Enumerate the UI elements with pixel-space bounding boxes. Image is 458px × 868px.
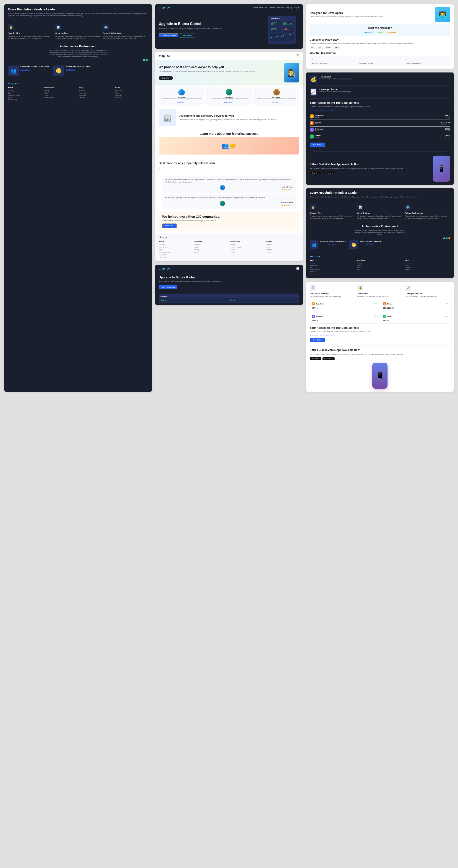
step-create-right: 👥 Create Your Account to Get Started. Jo…: [310, 241, 346, 249]
menu-icon-dark[interactable]: ☰: [296, 267, 299, 271]
footer-right-about: About Our story Our customers Blog Legal…: [310, 259, 355, 275]
nav-link[interactable]: Instant Buy & Sell: [253, 7, 267, 9]
nav-link[interactable]: Discover: [277, 7, 284, 9]
footer-light: afsp_ce About Our story Our customers Bl…: [155, 233, 303, 261]
view-markets-btn[interactable]: View Markets: [180, 33, 195, 38]
footer-r-lnk[interactable]: Fees: [357, 269, 402, 271]
upgrade-open-btn-2[interactable]: Open Free Account: [159, 285, 178, 289]
footer-lnk[interactable]: Banking: [230, 244, 264, 246]
footer-lnk[interactable]: Pinterest: [266, 251, 299, 254]
compliance-logos: NK MC VISA AML: [310, 46, 450, 49]
nav-link[interactable]: Log In: [294, 7, 299, 9]
footer-lnk[interactable]: Blog: [159, 248, 192, 251]
footer-link[interactable]: Our story: [8, 90, 41, 92]
step-create-account: 👥 Create Your Account to Get Started. Jo…: [8, 65, 50, 76]
menu-icon[interactable]: ☰: [296, 54, 299, 58]
mobile-light-headline: Bittrex Global Mobile App Available Now: [310, 348, 450, 352]
nav-link[interactable]: Markets: [269, 7, 275, 9]
footer-link[interactable]: Customer: [79, 92, 112, 94]
footer-link[interactable]: Rules: [8, 97, 41, 98]
footer-link[interactable]: Facebook: [115, 90, 148, 92]
footer-lnk[interactable]: Privacy policy: [159, 256, 192, 259]
step-right-link[interactable]: Join Today →: [328, 243, 337, 245]
profile-1: 👤 Newspaper It is a long established fac…: [159, 87, 204, 104]
profile-1-link[interactable]: Learn More →: [161, 101, 203, 103]
step-submit-link[interactable]: Join Today →: [66, 69, 75, 70]
profile-3-link[interactable]: Learn More →: [255, 101, 297, 103]
view-markets-light-btn[interactable]: View Markets: [310, 338, 325, 342]
footer-r-lnk[interactable]: Twitter: [405, 264, 450, 266]
googleplay-light[interactable]: ▶ Google play: [323, 357, 335, 360]
footer-lnk[interactable]: Fees: [195, 251, 228, 254]
footer-link[interactable]: Website Status: [43, 97, 77, 98]
footer-r-lnk[interactable]: Facebook: [405, 262, 450, 264]
revolution-right-body: Bitcoin is storming the Bastille, and we…: [310, 196, 450, 198]
footer-lnk[interactable]: Mobile Status: [159, 254, 192, 256]
developer-body: Create innovative products and services …: [310, 16, 432, 18]
build-section: What Will You Build? 📊 Analytics 🔧 Tools…: [310, 24, 450, 36]
footer-link[interactable]: Customer: [79, 94, 112, 96]
footer-r-lnk[interactable]: Instagram: [405, 266, 450, 269]
footer-r-lnk[interactable]: Mobile Status: [310, 271, 355, 273]
footer-lnk[interactable]: Security: [230, 251, 264, 254]
footer-r-lnk[interactable]: Blog: [310, 266, 355, 269]
coin-list: D Doge Coin DOGE $0.071 +0.04%: [310, 111, 450, 142]
footer-r-lnk[interactable]: Twitter: [357, 264, 402, 266]
google-play-badge[interactable]: ▶ Google play: [323, 172, 335, 174]
footer-lnk[interactable]: Desktop: [195, 244, 228, 246]
footer-lnk[interactable]: Twitter: [195, 246, 228, 249]
coin-row-usdt[interactable]: T Tether USDT $49.22 -0.12%: [310, 133, 450, 140]
step-submit-token: 🪙 Submit Your Token for Listing. Join To…: [53, 65, 91, 76]
companies-headline: We helped more then 100 companies.: [162, 215, 296, 218]
footer-link[interactable]: Security: [79, 97, 112, 98]
nav-link[interactable]: Sign Up: [286, 7, 292, 9]
footer-link[interactable]: Instagram: [115, 94, 148, 96]
lawyer-open-btn[interactable]: Open Now: [159, 76, 173, 80]
top-markets-sub-link[interactable]: Buy, sell and trade your coin markets.: [310, 110, 335, 111]
footer-link[interactable]: Pinterest: [115, 97, 148, 98]
footer-r-lnk[interactable]: Privacy: [357, 266, 402, 269]
coin-row-eth[interactable]: Ξ Ethereum ETH $0.589 +1.34%: [310, 126, 450, 133]
view-markets-coin-btn[interactable]: View Markets: [310, 143, 325, 147]
footer-logo: afsp_ce: [8, 82, 18, 85]
footer-link[interactable]: Privacy policy: [8, 99, 41, 100]
footer-link[interactable]: Banking: [79, 90, 112, 92]
mobile-section-light: Bittrex Global Mobile App Available Now …: [310, 345, 450, 360]
companies-btn[interactable]: Learn More: [162, 223, 176, 228]
footer-r-lnk[interactable]: Legal Documents: [310, 269, 355, 271]
footer-r-lnk[interactable]: Desktop: [357, 262, 402, 264]
footer-link[interactable]: Privacy: [43, 94, 77, 96]
footer-lnk[interactable]: Customer support: [230, 246, 264, 249]
footer-link[interactable]: Blog: [8, 92, 41, 94]
footer-lnk[interactable]: Twitter: [266, 246, 299, 249]
footer-social-col: Social Facebook Twitter Instagram Pinter…: [115, 87, 148, 101]
footer-r-lnk[interactable]: Privacy policy: [310, 273, 355, 275]
step-create-link[interactable]: Join Today →: [21, 69, 30, 70]
lawyer-headline: We provide best certifided lawyer to hel…: [159, 65, 282, 69]
footer-lnk[interactable]: Facebook: [266, 244, 299, 246]
footer-lnk[interactable]: Legal Documents: [159, 251, 192, 254]
feature-tech-right: ⚙️ Robust Technology When choosing an ex…: [405, 204, 450, 219]
footer-lnk[interactable]: Our customers: [159, 246, 192, 249]
coin-row-doge[interactable]: D Doge Coin DOGE $0.071 +0.04%: [310, 113, 450, 120]
client-title: What Our Client Saying: [310, 52, 450, 54]
footer-lnk[interactable]: Privacy: [230, 248, 264, 251]
step-submit-right-link[interactable]: Join Today →: [366, 243, 375, 245]
footer-lnk[interactable]: Our story: [159, 244, 192, 246]
footer-link[interactable]: Twitter: [115, 92, 148, 94]
footer-r-lnk[interactable]: Pinterest: [405, 269, 450, 271]
app-store-badge[interactable]: 🍎 App Store: [310, 172, 321, 174]
footer-r-lnk[interactable]: Our story: [310, 262, 355, 264]
footer-r-lnk[interactable]: Our customers: [310, 264, 355, 266]
compliance-headline: Compliance Made Easy: [310, 38, 450, 41]
top-markets-light-link[interactable]: Buy, sell and trade your coin markets.: [310, 334, 335, 336]
profile-2-link[interactable]: Learn More →: [208, 101, 250, 103]
footer-link[interactable]: Legal Documents: [8, 94, 41, 96]
footer-link[interactable]: Twitter: [43, 92, 77, 94]
coin-row-btc[interactable]: ₿ Bitcoin BTC $37,221.17k +2.01%: [310, 120, 450, 126]
open-account-btn[interactable]: Open Free Account: [159, 33, 179, 38]
footer-lnk[interactable]: Privacy: [195, 248, 228, 251]
appstore-light[interactable]: 🍎 App Store: [310, 357, 321, 360]
footer-lnk[interactable]: Instagram: [266, 248, 299, 251]
footer-link[interactable]: Desktop: [43, 90, 77, 92]
